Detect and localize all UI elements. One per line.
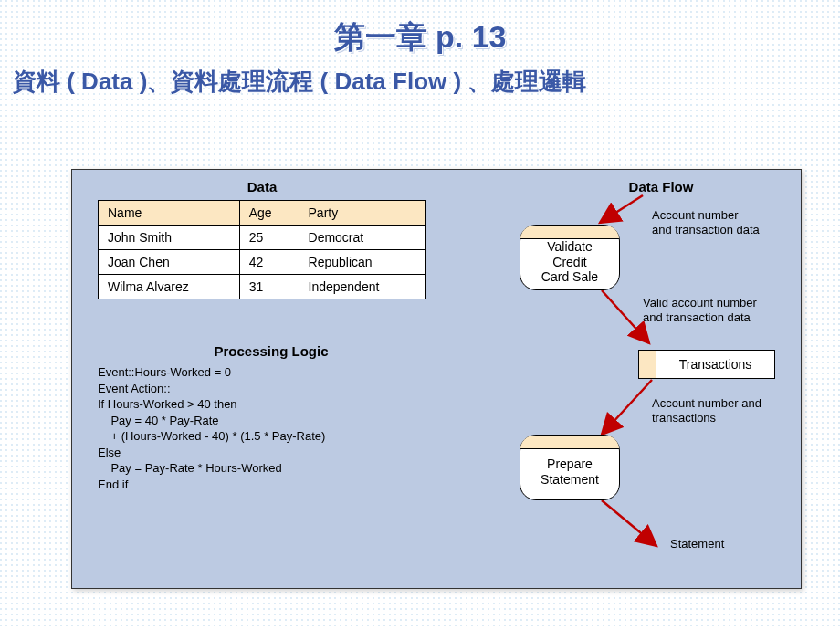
table-row: Joan Chen 42 Republican — [99, 250, 426, 275]
col-party: Party — [299, 201, 425, 226]
table-header-row: Name Age Party — [99, 201, 426, 226]
flow-label-out: Statement — [670, 537, 724, 551]
col-name: Name — [99, 201, 240, 226]
page-subtitle: 資料 ( Data )、資料處理流程 ( Data Flow ) 、處理邏輯 — [13, 66, 827, 98]
diagram-panel: Data Name Age Party John Smith 25 Democr… — [71, 169, 802, 589]
flow-heading: Data Flow — [538, 179, 784, 194]
page-title: 第一章 p. 13 — [0, 16, 840, 58]
flow-label-in2: Account number and transactions — [652, 396, 761, 425]
process-validate: Validate Credit Card Sale — [520, 225, 620, 290]
data-section: Data Name Age Party John Smith 25 Democr… — [98, 179, 426, 299]
process-prepare: Prepare Statement — [520, 435, 620, 500]
table-row: Wilma Alvarez 31 Independent — [99, 275, 426, 299]
svg-line-2 — [602, 380, 652, 435]
svg-line-3 — [602, 500, 656, 546]
logic-section: Processing Logic Event::Hours-Worked = 0… — [98, 343, 445, 492]
logic-heading: Processing Logic — [98, 343, 445, 359]
flow-label-mid: Valid account number and transaction dat… — [643, 296, 757, 324]
table-row: John Smith 25 Democrat — [99, 226, 426, 250]
flow-section: Data Flow Validate Credit Card Sale Tran… — [465, 179, 784, 572]
col-age: Age — [239, 201, 299, 226]
svg-line-0 — [600, 195, 643, 223]
datastore-transactions: Transactions — [638, 350, 775, 379]
logic-code: Event::Hours-Worked = 0 Event Action:: I… — [98, 364, 445, 492]
data-table: Name Age Party John Smith 25 Democrat Jo… — [98, 200, 426, 299]
data-heading: Data — [98, 179, 426, 194]
flow-label-in1: Account number and transaction data — [652, 208, 760, 236]
